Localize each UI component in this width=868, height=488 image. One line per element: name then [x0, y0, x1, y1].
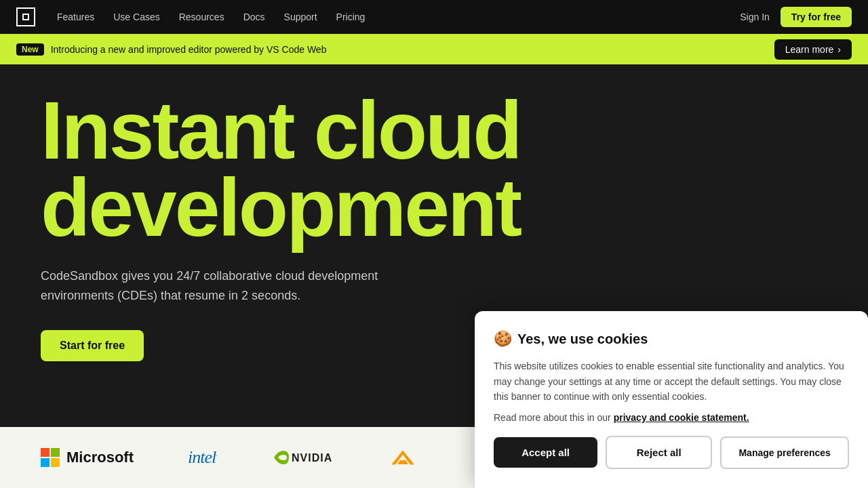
hero-title-line2: development [41, 162, 520, 253]
navbar: Features Use Cases Resources Docs Suppor… [0, 0, 868, 34]
cookie-body: This website utilizes cookies to enable … [494, 359, 849, 425]
announcement-text: Introducing a new and improved editor po… [51, 44, 327, 55]
nav-features[interactable]: Features [57, 12, 94, 22]
cookie-banner: 🍪 Yes, we use cookies This website utili… [475, 311, 868, 488]
cookie-policy-link[interactable]: privacy and cookie statement. [614, 412, 749, 423]
nav-use-cases[interactable]: Use Cases [113, 12, 159, 22]
cookie-title-text: Yes, we use cookies [517, 331, 648, 347]
sign-in-button[interactable]: Sign In [740, 12, 770, 22]
nav-resources[interactable]: Resources [179, 12, 224, 22]
hero-subtitle: CodeSandbox gives you 24/7 collaborative… [41, 266, 448, 306]
cookie-actions: Accept all Reject all Manage preferences [494, 436, 849, 469]
nav-right: Sign In Try for free [740, 7, 852, 27]
manage-preferences-button[interactable]: Manage preferences [720, 436, 849, 469]
announcement-left: New Introducing a new and improved edito… [16, 43, 326, 56]
logo-inner [22, 14, 29, 20]
logo-microsoft: Microsoft [41, 448, 134, 467]
start-free-button[interactable]: Start for free [41, 330, 144, 361]
microsoft-icon [41, 448, 60, 467]
cookie-icon: 🍪 [494, 330, 512, 348]
new-badge: New [16, 43, 44, 56]
reject-all-button[interactable]: Reject all [606, 436, 712, 469]
learn-more-label: Learn more [785, 44, 834, 55]
hero-title: Instant cloud development [41, 92, 827, 246]
nvidia-icon: NVIDIA [271, 448, 332, 467]
nav-support[interactable]: Support [284, 12, 317, 22]
nav-links: Features Use Cases Resources Docs Suppor… [57, 12, 718, 22]
logo[interactable] [16, 7, 35, 26]
cookie-title: 🍪 Yes, we use cookies [494, 330, 849, 348]
intel-icon: intel. [188, 447, 217, 468]
cookie-body-link-text: Read more about this in our privacy and … [494, 410, 849, 425]
logo-nvidia: NVIDIA [271, 448, 332, 467]
other-logo-icon [387, 448, 419, 467]
svg-text:NVIDIA: NVIDIA [292, 452, 332, 464]
try-free-button[interactable]: Try for free [781, 7, 852, 27]
nav-pricing[interactable]: Pricing [336, 12, 366, 22]
microsoft-label: Microsoft [66, 449, 134, 466]
nav-docs[interactable]: Docs [243, 12, 265, 22]
learn-more-button[interactable]: Learn more › [774, 39, 852, 60]
logo-intel: intel. [188, 447, 217, 468]
cookie-body-text: This website utilizes cookies to enable … [494, 359, 849, 404]
announcement-bar: New Introducing a new and improved edito… [0, 34, 868, 64]
accept-all-button[interactable]: Accept all [494, 437, 597, 468]
cookie-read-more: Read more about this in our [494, 412, 614, 423]
logo-other [387, 448, 419, 467]
learn-more-arrow-icon: › [837, 44, 841, 55]
